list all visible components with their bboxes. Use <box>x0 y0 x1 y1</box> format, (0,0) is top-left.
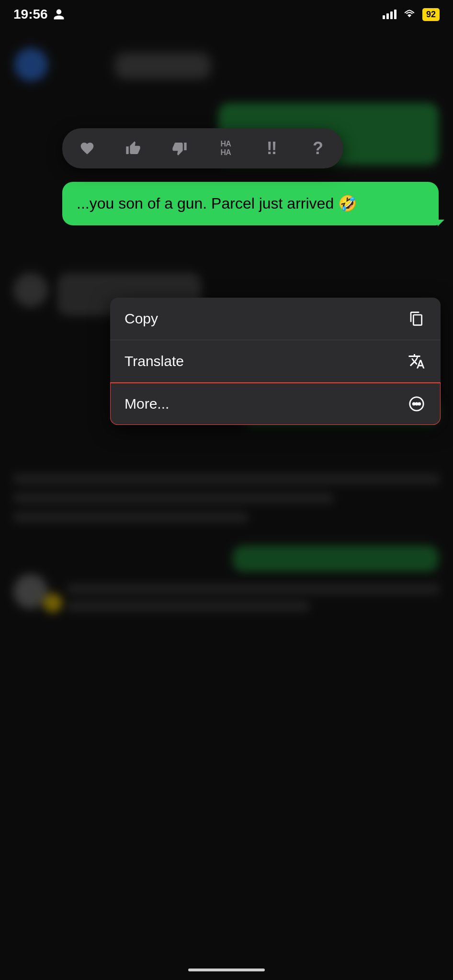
message-text: ...you son of a gun. Parcel just arrived… <box>77 195 357 212</box>
copy-label: Copy <box>125 311 158 327</box>
message-bubble: ...you son of a gun. Parcel just arrived… <box>62 182 439 225</box>
wifi-icon <box>402 9 417 20</box>
context-menu-copy[interactable]: Copy <box>110 298 441 340</box>
signal-bar-2 <box>386 13 389 19</box>
home-indicator <box>188 969 265 971</box>
more-icon <box>407 394 426 413</box>
message-bubble-container: ...you son of a gun. Parcel just arrived… <box>62 182 439 225</box>
status-right: 92 <box>383 8 440 21</box>
more-label: More... <box>125 396 169 412</box>
reaction-thumbsup[interactable] <box>122 137 145 160</box>
reaction-thumbsdown[interactable] <box>168 137 191 160</box>
svg-point-1 <box>413 403 415 405</box>
battery-indicator: 92 <box>422 8 440 21</box>
status-time: 19:56 <box>13 7 48 22</box>
signal-bars <box>383 10 396 19</box>
signal-bar-1 <box>383 15 385 19</box>
battery-level: 92 <box>426 10 436 20</box>
translate-icon <box>407 352 426 371</box>
reaction-exclaim[interactable]: ‼ <box>260 137 283 160</box>
svg-point-3 <box>419 403 420 405</box>
signal-bar-3 <box>390 11 393 19</box>
reaction-question[interactable]: ? <box>306 137 329 160</box>
status-time-group: 19:56 <box>13 7 65 22</box>
signal-bar-4 <box>394 10 396 19</box>
person-icon <box>53 8 65 21</box>
reaction-haha[interactable]: HAHA <box>214 137 237 160</box>
svg-point-2 <box>416 403 418 405</box>
reaction-heart[interactable] <box>76 137 99 160</box>
context-menu: Copy Translate More... <box>110 298 441 425</box>
copy-icon <box>407 309 426 328</box>
reaction-bar: HAHA ‼ ? <box>62 128 343 168</box>
translate-label: Translate <box>125 353 184 369</box>
status-bar: 19:56 92 <box>0 0 453 29</box>
context-menu-translate[interactable]: Translate <box>110 340 441 383</box>
context-menu-more[interactable]: More... <box>110 383 441 425</box>
